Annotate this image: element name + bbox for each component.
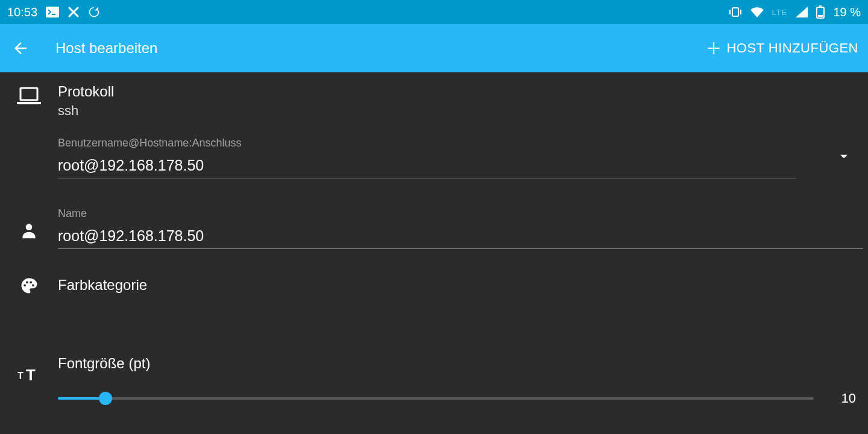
expand-button[interactable] (835, 148, 852, 167)
status-bar: 10:53 LTE 19 % (0, 0, 868, 24)
back-button[interactable] (6, 34, 35, 63)
svg-point-12 (26, 281, 28, 283)
status-right: LTE 19 % (729, 5, 861, 19)
font-size-slider[interactable] (58, 391, 814, 406)
connection-label: Benutzername@Hostname:Anschluss (58, 137, 796, 149)
protocol-row[interactable]: Protokoll ssh (0, 72, 868, 119)
terminal-app-icon (46, 7, 59, 17)
wifi-icon (750, 7, 764, 17)
app-bar: Host bearbeiten HOST HINZUFÜGEN (0, 24, 868, 72)
svg-rect-0 (46, 7, 59, 17)
svg-point-10 (26, 224, 33, 230)
svg-point-11 (24, 284, 26, 286)
connection-input[interactable] (58, 154, 796, 178)
form-content: Protokoll ssh Benutzername@Hostname:Ansc… (0, 72, 868, 406)
font-size-value: 10 (832, 391, 856, 406)
signal-icon (796, 7, 808, 17)
name-label: Name (58, 207, 863, 220)
laptop-icon (17, 87, 41, 108)
svg-rect-7 (818, 15, 823, 17)
protocol-label: Protokoll (58, 83, 854, 101)
svg-rect-9 (17, 102, 41, 104)
name-row: Name (0, 178, 868, 249)
color-row[interactable]: Farbkategorie (0, 249, 868, 297)
add-host-button[interactable]: HOST HINZUFÜGEN (706, 40, 858, 56)
svg-rect-8 (20, 88, 37, 100)
svg-point-14 (32, 284, 34, 286)
status-left: 10:53 (7, 5, 100, 19)
slider-track (58, 397, 814, 400)
person-icon (19, 221, 39, 242)
vibrate-icon (729, 7, 742, 17)
plus-icon (706, 40, 722, 56)
battery-icon (816, 5, 825, 19)
battery-text: 19 % (833, 5, 861, 19)
name-input[interactable] (58, 225, 863, 249)
protocol-value: ssh (58, 103, 854, 119)
svg-text:T: T (26, 366, 36, 383)
add-host-label: HOST HINZUFÜGEN (726, 40, 858, 56)
refresh-icon (88, 6, 100, 18)
svg-point-13 (30, 281, 32, 283)
font-size-row: TT Fontgröße (pt) 10 (0, 297, 868, 406)
status-clock: 10:53 (7, 5, 37, 19)
connection-row: Benutzername@Hostname:Anschluss (0, 119, 868, 178)
slider-thumb[interactable] (99, 392, 112, 405)
svg-rect-6 (819, 5, 822, 7)
text-size-icon: TT (17, 366, 40, 385)
font-size-label: Fontgröße (pt) (58, 355, 863, 373)
chevron-down-icon (835, 148, 852, 165)
page-title: Host bearbeiten (55, 40, 706, 57)
network-type-label: LTE (772, 8, 788, 17)
sync-off-icon (68, 6, 80, 18)
svg-rect-2 (732, 8, 738, 16)
svg-text:T: T (17, 371, 24, 381)
palette-icon (19, 277, 39, 297)
color-label: Farbkategorie (58, 277, 854, 294)
arrow-back-icon (11, 39, 30, 57)
